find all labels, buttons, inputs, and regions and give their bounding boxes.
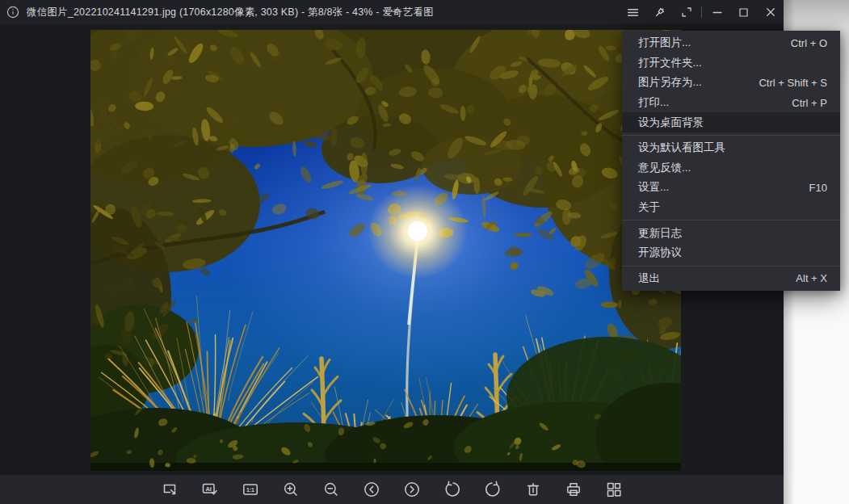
menu-item-label: 打印... [638, 95, 669, 110]
menu-item-label: 开源协议 [638, 246, 682, 260]
screen: 微信图片_202210241141291.jpg (1706x1280像素, 3… [0, 0, 849, 504]
menu-item[interactable]: 开源协议 [622, 243, 840, 263]
rotate-right-icon [484, 481, 502, 498]
menu-item-label: 关于 [638, 200, 660, 215]
rotate-left-button[interactable] [443, 481, 461, 498]
titlebar: 微信图片_202210241141291.jpg (1706x1280像素, 3… [0, 0, 784, 24]
print-button[interactable] [565, 481, 582, 498]
menu-item[interactable]: 打开文件夹... [622, 53, 840, 74]
hamburger-icon [626, 6, 640, 19]
bottom-toolbar: AI1:1 [0, 475, 784, 504]
menu-item-shortcut: Ctrl + P [792, 97, 827, 109]
photo-image[interactable] [90, 30, 681, 471]
ai-enhance-button[interactable]: AI [201, 481, 219, 498]
menu-item[interactable]: 图片另存为...Ctrl + Shift + S [622, 73, 840, 93]
menu-item-shortcut: F10 [809, 182, 827, 194]
menu-item[interactable]: 设置...F10 [622, 178, 840, 198]
zoom-in-icon [282, 481, 300, 498]
zoom-out-button[interactable] [322, 481, 340, 498]
info-circle-icon[interactable] [6, 6, 19, 19]
ai-check-icon: AI [201, 481, 219, 498]
menu-item[interactable]: 更新日志 [622, 223, 840, 243]
menu-item-shortcut: Ctrl + Shift + S [759, 77, 827, 89]
zoom-out-icon [322, 481, 340, 498]
menu-item[interactable]: 设为桌面背景 [622, 112, 840, 132]
menu-item-label: 打开图片... [638, 36, 691, 50]
app-menu: 打开图片...Ctrl + O打开文件夹...图片另存为...Ctrl + Sh… [622, 31, 840, 291]
crop-icon [161, 481, 179, 498]
printer-icon [565, 481, 582, 498]
fullscreen-button[interactable] [673, 0, 700, 24]
chevron-left-circle-icon [363, 481, 380, 498]
menu-item-label: 打开文件夹... [638, 56, 702, 70]
menu-separator [622, 266, 840, 267]
menu-item-label: 退出 [638, 271, 660, 286]
menu-item[interactable]: 意见反馈... [622, 158, 840, 178]
pin-on-top-button[interactable] [646, 0, 673, 24]
rotate-left-icon [443, 481, 461, 498]
svg-text:AI: AI [205, 485, 212, 493]
main-menu-button[interactable] [620, 0, 646, 24]
menu-item-label: 意见反馈... [638, 161, 691, 175]
grid-icon [605, 481, 623, 498]
one-to-one-icon: 1:1 [242, 481, 259, 498]
actual-size-button[interactable]: 1:1 [242, 481, 259, 498]
menu-separator [622, 135, 840, 136]
trash-icon [524, 481, 542, 498]
menu-item[interactable]: 打开图片...Ctrl + O [622, 33, 840, 53]
menu-item[interactable]: 退出Alt + X [622, 269, 840, 289]
window-title: 微信图片_202210241141291.jpg (1706x1280像素, 3… [27, 6, 434, 19]
crop-button[interactable] [161, 481, 179, 498]
menu-item-label: 图片另存为... [638, 75, 702, 90]
close-button[interactable] [757, 0, 784, 24]
menu-item-label: 设为桌面背景 [638, 116, 704, 130]
pin-icon [653, 6, 666, 19]
menu-item-label: 设为默认看图工具 [638, 141, 725, 155]
minimize-icon [711, 6, 724, 19]
window-controls [620, 0, 784, 24]
rotate-right-button[interactable] [484, 481, 502, 498]
zoom-in-button[interactable] [282, 481, 300, 498]
maximize-button[interactable] [730, 0, 757, 24]
next-image-button[interactable] [403, 481, 421, 498]
delete-button[interactable] [524, 481, 542, 498]
chevron-right-circle-icon [403, 481, 421, 498]
browse-grid-button[interactable] [605, 481, 623, 498]
menu-item[interactable]: 设为默认看图工具 [622, 138, 840, 158]
menu-item[interactable]: 打印...Ctrl + P [622, 93, 840, 113]
maximize-icon [738, 6, 750, 19]
minimize-button[interactable] [704, 0, 730, 24]
close-icon [764, 6, 777, 19]
menu-item-shortcut: Alt + X [796, 272, 827, 284]
menu-separator [622, 220, 840, 220]
svg-text:1:1: 1:1 [246, 487, 254, 493]
fullscreen-icon [680, 6, 693, 19]
menu-item-label: 设置... [638, 180, 669, 195]
menu-item-shortcut: Ctrl + O [791, 37, 827, 49]
previous-image-button[interactable] [363, 481, 380, 498]
menu-item-label: 更新日志 [638, 226, 682, 241]
menu-item[interactable]: 关于 [622, 198, 840, 218]
titlebar-divider [701, 6, 702, 18]
